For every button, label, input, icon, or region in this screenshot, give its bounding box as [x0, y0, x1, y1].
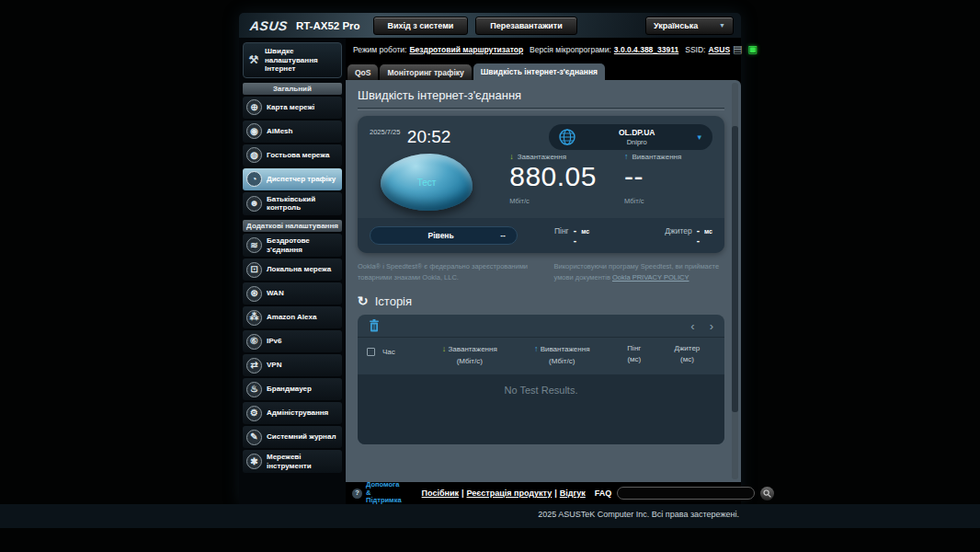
- router-admin-window: ASUS RT-AX52 Pro Вихід з системи Перезав…: [239, 13, 741, 504]
- history-column-headers: Час ↓ Завантаження (Мбіт/с) ↑ Вивантажен…: [358, 337, 724, 374]
- pagination: ‹ ›: [690, 320, 713, 332]
- sidebar-item-label: Бездротове з'єднання: [267, 236, 338, 254]
- sidebar-item-network-tools[interactable]: ✱ Мережеві інструменти: [243, 450, 342, 473]
- server-city: Dnipro: [584, 138, 689, 146]
- col-time: Час: [382, 348, 395, 356]
- main-column: Режим роботи: Бездротовий маршрутизатор …: [346, 38, 741, 504]
- download-arrow-icon: ↓: [442, 344, 447, 353]
- parental-controls-icon: ☻: [246, 196, 262, 212]
- aimesh-icon: ◉: [246, 123, 262, 139]
- legal-notes: Ookla® і Speedtest® є федерально зареєст…: [358, 261, 724, 282]
- top-bar: ASUS RT-AX52 Pro Вихід з системи Перезав…: [239, 13, 741, 38]
- jitter-label: Джитер: [665, 226, 691, 236]
- language-select[interactable]: Українська ▼: [645, 17, 734, 35]
- upload-unit: Мбіт/с: [624, 197, 709, 205]
- sidebar-item-label: Батьківський контроль: [267, 195, 338, 213]
- product-registration-link[interactable]: Реєстрація продукту: [467, 489, 553, 498]
- help-support-link[interactable]: ? Допомога & Підтримка: [352, 481, 402, 505]
- footer-links: Посібник|Реєстрація продукту|Відгук: [422, 489, 586, 498]
- sidebar-item-guest-network[interactable]: ◍ Гостьова мережа: [243, 144, 342, 167]
- feedback-link[interactable]: Відгук: [560, 489, 586, 498]
- faq-search-input[interactable]: [617, 487, 755, 500]
- sidebar-item-label: Карта мережі: [267, 103, 314, 112]
- prev-page-icon[interactable]: ‹: [690, 320, 694, 332]
- content-scrollbar[interactable]: [732, 83, 738, 479]
- tab-internet-speed[interactable]: Швидкість інтернет-з'єднання: [473, 63, 605, 80]
- operation-mode-link[interactable]: Бездротовий маршрутизатор: [409, 45, 523, 54]
- sidebar-item-vpn[interactable]: ⇄ VPN: [243, 354, 342, 376]
- body-row: ⚒ Швидке налаштування Інтернет Загальний…: [239, 38, 741, 504]
- trash-icon[interactable]: [369, 319, 380, 332]
- ssid-link[interactable]: ASUS: [708, 45, 730, 54]
- start-test-button[interactable]: Тест: [381, 154, 473, 211]
- logout-button[interactable]: Вихід з системи: [373, 17, 469, 35]
- download-value: 880.05: [509, 161, 597, 193]
- sidebar-item-firewall[interactable]: ♨ Брандмауер: [243, 378, 342, 400]
- sidebar-item-label: VPN: [267, 361, 281, 370]
- reboot-button[interactable]: Перезавантажити: [475, 17, 576, 35]
- ping-stat: Пінг -- мс: [554, 225, 589, 246]
- next-page-icon[interactable]: ›: [710, 320, 713, 332]
- sidebar: ⚒ Швидке налаштування Інтернет Загальний…: [239, 38, 346, 504]
- sidebar-item-amazon-alexa[interactable]: ⁂ Amazon Alexa: [243, 306, 342, 328]
- tab-qos[interactable]: QoS: [348, 64, 378, 80]
- select-all-checkbox[interactable]: [367, 348, 375, 356]
- wan-icon: ⊛: [246, 286, 262, 302]
- scrollbar-thumb[interactable]: [732, 126, 738, 411]
- sidebar-item-lan[interactable]: ⊡ Локальна мережа: [243, 259, 342, 281]
- sidebar-item-label: Amazon Alexa: [267, 313, 316, 322]
- search-button[interactable]: [760, 487, 774, 500]
- manual-link[interactable]: Посібник: [422, 489, 459, 498]
- history-icon: ↺: [358, 293, 369, 308]
- sidebar-item-parental-controls[interactable]: ☻ Батьківський контроль: [243, 192, 342, 215]
- speedtest-card: 2025/7/25 20:52: [358, 116, 724, 253]
- guest-network-icon: ◍: [246, 147, 262, 163]
- level-selector[interactable]: Рівень --: [370, 226, 518, 245]
- sidebar-item-label: Брандмауер: [267, 385, 312, 394]
- help-label: Допомога & Підтримка: [366, 481, 402, 505]
- sidebar-item-label: Гостьова мережа: [267, 151, 329, 160]
- ping-value: --: [574, 225, 577, 246]
- tab-traffic-monitor[interactable]: Моніторинг трафіку: [380, 64, 471, 80]
- sidebar-item-label: WAN: [267, 289, 284, 298]
- asus-logo: ASUS: [249, 18, 289, 33]
- sidebar-item-label: Мережеві інструменти: [267, 453, 338, 470]
- sidebar-item-quick-setup[interactable]: ⚒ Швидке налаштування Інтернет: [243, 42, 342, 78]
- sidebar-item-network-map[interactable]: ⊕ Карта мережі: [243, 97, 342, 119]
- lan-status-icon[interactable]: ▣: [747, 43, 757, 55]
- sidebar-item-system-log[interactable]: ✎ Системний журнал: [243, 426, 342, 448]
- download-arrow-icon: ↓: [509, 152, 514, 161]
- tabs-row: QoS Моніторинг трафіку Швидкість інтерне…: [346, 61, 741, 80]
- ping-unit: мс: [581, 228, 589, 235]
- network-map-icon: ⊕: [246, 99, 262, 115]
- sidebar-item-label: Локальна мережа: [267, 265, 331, 274]
- sidebar-item-administration[interactable]: ⚙ Адміністрування: [243, 402, 342, 424]
- title-divider: [358, 108, 724, 109]
- jitter-value: --: [697, 225, 700, 246]
- vpn-icon: ⇄: [246, 358, 262, 374]
- server-select[interactable]: OL.DP.UA Dnipro ▾: [549, 124, 712, 150]
- sidebar-item-traffic-manager[interactable]: ◔ Диспетчер трафіку: [243, 168, 342, 190]
- upload-arrow-icon: ↑: [534, 344, 539, 353]
- sidebar-item-wan[interactable]: ⊛ WAN: [243, 282, 342, 305]
- col-download: ↓ Завантаження (Мбіт/с): [425, 343, 515, 367]
- sidebar-item-ipv6[interactable]: ⑥ IPv6: [243, 330, 342, 352]
- sidebar-item-wireless[interactable]: ≋ Бездротове з'єднання: [243, 234, 342, 257]
- speed-stats: ↓ Завантаження 880.05 Мбіт/с ↑ В: [509, 152, 712, 205]
- history-title: Історія: [375, 294, 412, 308]
- col-upload: ↑ Вивантаження (Мбіт/с): [515, 343, 610, 367]
- test-date: 2025/7/25: [370, 128, 400, 136]
- sidebar-item-label: IPv6: [267, 337, 281, 346]
- ping-label: Пінг: [554, 226, 569, 236]
- firmware-version-link[interactable]: 3.0.0.4.388_33911: [614, 45, 678, 54]
- download-unit: Мбіт/с: [509, 197, 597, 205]
- content-panel: Швидкість інтернет-з'єднання 2025/7/25 2…: [346, 80, 741, 482]
- sidebar-item-label: Диспетчер трафіку: [267, 175, 336, 184]
- notification-icon[interactable]: ▤: [733, 43, 742, 55]
- privacy-policy-link[interactable]: Ookla PRIVACY POLICY: [612, 273, 689, 282]
- server-name: OL.DP.UA: [584, 128, 689, 138]
- sidebar-item-aimesh[interactable]: ◉ AiMesh: [243, 121, 342, 143]
- jitter-stat: Джитер -- мс: [665, 225, 712, 246]
- history-toolbar: ‹ ›: [358, 315, 724, 337]
- legal-privacy: Використовуючи програму Speedtest, ви пр…: [554, 261, 725, 282]
